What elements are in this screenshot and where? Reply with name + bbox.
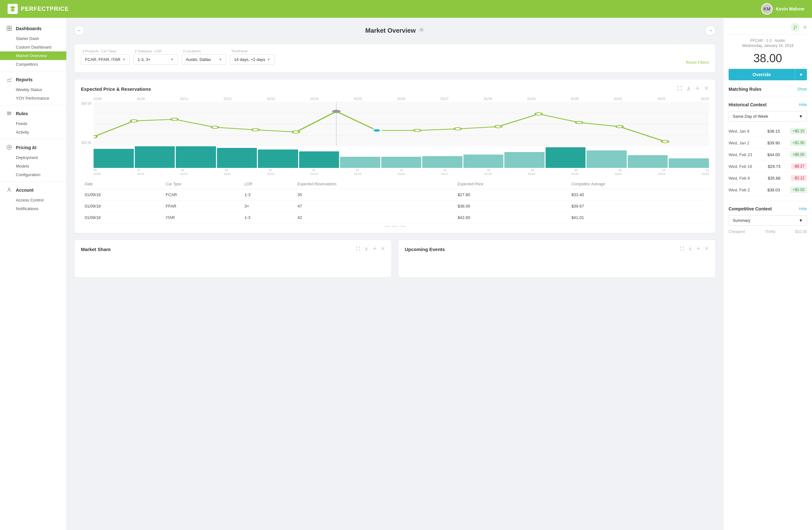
historical-context-selector[interactable]: Same Day of Week ▼: [728, 111, 807, 121]
sidebar-item-yoy-performance[interactable]: YOY Performance: [0, 94, 66, 102]
download-icon[interactable]: [688, 246, 693, 252]
move-icon[interactable]: [695, 86, 700, 92]
sidebar-item-activity[interactable]: Activity: [0, 128, 66, 137]
sidebar-item-market-overview[interactable]: Market Overview: [0, 52, 66, 60]
chevron-down-icon: ▼: [219, 58, 222, 61]
bar-item: [258, 149, 298, 168]
app-logo: PERFECTPRICE: [8, 4, 69, 14]
svg-rect-1: [10, 26, 11, 28]
move-icon[interactable]: [696, 246, 701, 252]
matching-rules-show-link[interactable]: Show: [797, 87, 807, 91]
hist-row: Wed, Feb 16 $29.73 -$8.27: [728, 161, 807, 172]
sidebar-item-deployment[interactable]: Deployment: [0, 153, 66, 162]
market-share-header: Market Share: [81, 246, 385, 252]
subtypes-select[interactable]: 1-3, 3+ ▼: [133, 54, 178, 65]
bar-item: [217, 148, 257, 168]
divider: [728, 97, 807, 97]
competitive-context-selector[interactable]: Summary ▼: [728, 215, 807, 226]
svg-point-6: [10, 113, 11, 114]
settings-icon[interactable]: [419, 27, 424, 34]
col-expected-reservations: Expected Reservations: [294, 179, 454, 189]
chart-date-labels: 01/0901/1001/1101/1201/1301/1401/1501/16…: [93, 97, 709, 101]
thrifty-price: $32.00: [795, 229, 807, 234]
override-row: Override ▼: [728, 69, 807, 80]
historical-context-title: Historical Context: [728, 102, 767, 107]
market-share-actions: [356, 246, 385, 252]
col-car-type: Car Type: [162, 179, 241, 189]
status-badge: +$6.00: [790, 152, 807, 158]
status-badge: -$8.27: [791, 163, 807, 170]
sidebar-section-reports: Reports Weekly Status YOY Performance: [0, 74, 66, 102]
page-title: Market Overview: [365, 27, 416, 34]
svg-point-23: [212, 126, 218, 129]
sidebar-section-account: Account Access Control Notifications: [0, 184, 66, 213]
expand-icon[interactable]: [677, 86, 682, 92]
svg-point-20: [93, 135, 97, 138]
rp-context: FFCAR · 1-3 · Austin: [728, 39, 807, 43]
sidebar-group-reports[interactable]: Reports: [0, 74, 66, 85]
sidebar-item-notifications[interactable]: Notifications: [0, 204, 66, 213]
override-button[interactable]: Override: [728, 69, 795, 80]
products-select[interactable]: FCAR, FFAR, ITAR ▼: [81, 54, 130, 65]
sidebar-item-custom-dashboard[interactable]: Custom Dashboard: [0, 43, 66, 52]
sidebar-item-access-control[interactable]: Access Control: [0, 196, 66, 204]
svg-point-33: [576, 121, 582, 124]
filters-container: 3 Products Car Class FCAR, FFAR, ITAR ▼ …: [74, 44, 715, 73]
timeframe-select[interactable]: 14 days, +2 days ▼: [230, 54, 275, 65]
sidebar-item-weekly-status[interactable]: Weekly Status: [0, 85, 66, 94]
sidebar-group-account[interactable]: Account: [0, 184, 66, 196]
locations-select[interactable]: Austin, Dallas ▼: [182, 54, 226, 65]
bar-item: [504, 152, 545, 168]
download-icon[interactable]: [364, 246, 368, 252]
rules-icon: [6, 111, 13, 117]
line-chart-svg: [93, 102, 709, 146]
sidebar-group-dashboards[interactable]: Dashboards: [0, 23, 66, 34]
filters-row: 3 Products Car Class FCAR, FFAR, ITAR ▼ …: [81, 49, 709, 65]
bottom-cards-row: Market Share: [74, 240, 715, 278]
filter-subtypes: 2 Subtypes LOR 1-3, 3+ ▼: [133, 49, 178, 65]
bar-item: [463, 155, 504, 168]
panel-close-button[interactable]: ✕: [803, 23, 807, 32]
sidebar-item-competitors[interactable]: Competitors: [0, 60, 66, 69]
download-icon[interactable]: [686, 86, 691, 92]
hist-row: Wed, Jan 9 $38.15 +$0.15: [728, 125, 807, 137]
svg-point-34: [616, 125, 623, 128]
move-icon[interactable]: [372, 246, 377, 252]
bar-item: [628, 155, 668, 168]
historical-context-hide-link[interactable]: Hide: [799, 102, 807, 107]
pin-button[interactable]: [791, 23, 800, 32]
competitive-context-hide-link[interactable]: Hide: [799, 206, 807, 211]
expand-icon[interactable]: [356, 246, 360, 252]
chevron-down-icon: ▼: [799, 114, 803, 119]
sidebar-item-configuration[interactable]: Configuration: [0, 170, 66, 179]
sidebar-item-starter-dash[interactable]: Starter Dash: [0, 34, 66, 43]
competitive-context-title: Competitive Context: [728, 206, 772, 211]
market-share-title: Market Share: [81, 247, 111, 252]
expand-icon[interactable]: [680, 246, 684, 252]
account-icon: [6, 187, 13, 193]
sidebar-item-feeds[interactable]: Feeds: [0, 119, 66, 128]
panel-header: ✕: [728, 23, 807, 34]
close-icon[interactable]: [705, 246, 709, 252]
reports-label: Reports: [16, 77, 33, 82]
reset-filters-link[interactable]: Reset Filters: [686, 60, 709, 65]
hist-row: Wed, Feb 23 $44.00 +$6.00: [728, 149, 807, 161]
close-icon[interactable]: [381, 246, 385, 252]
sidebar-group-rules[interactable]: Rules: [0, 108, 66, 119]
competitive-context-header: Competitive Context Hide: [728, 206, 807, 211]
override-dropdown-button[interactable]: ▼: [795, 69, 807, 80]
nav-forward-button[interactable]: →: [706, 25, 715, 35]
timeframe-label: Timeframe: [231, 49, 248, 53]
sidebar-item-models[interactable]: Models: [0, 162, 66, 170]
avatar: KM: [761, 3, 773, 15]
content-area: ← Market Overview → 3 Products Car Class…: [67, 18, 723, 530]
matching-rules-header: Matching Rules Show: [728, 87, 807, 92]
nav-back-button[interactable]: ←: [74, 25, 84, 35]
sidebar-group-pricing-ai[interactable]: Pricing AI: [0, 142, 66, 153]
svg-point-12: [8, 188, 10, 190]
chart-card-header: Expected Price & Reservations: [81, 86, 709, 92]
close-icon[interactable]: [704, 86, 709, 92]
bar-item: [93, 149, 134, 168]
svg-point-27: [332, 110, 340, 113]
user-name: Kevin Malone: [776, 6, 804, 11]
